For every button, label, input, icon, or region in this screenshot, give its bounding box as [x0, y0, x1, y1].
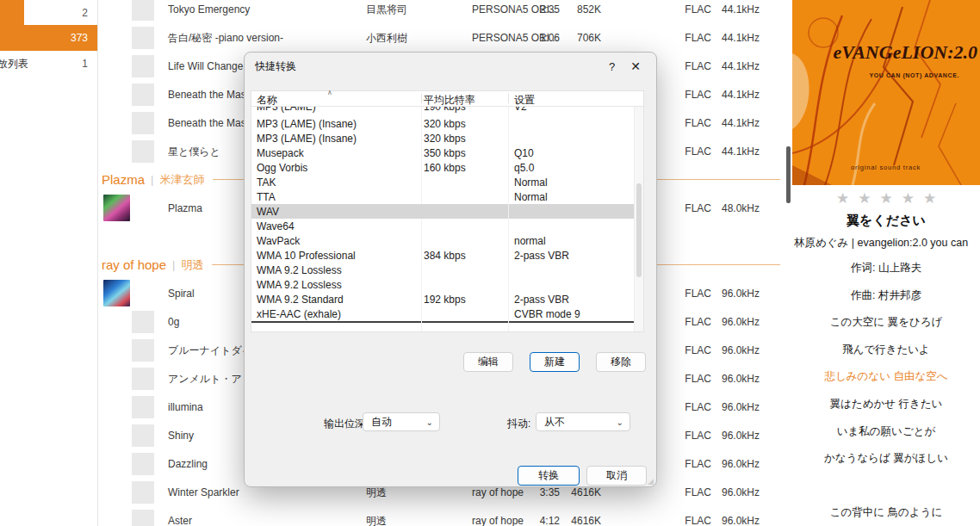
track-rate: 96.0kHz — [704, 401, 760, 413]
track-title: Life Will Change — [168, 60, 243, 72]
preset-row[interactable]: WAV — [251, 204, 634, 219]
sort-asc-icon: ∧ — [327, 89, 332, 96]
preset-row[interactable]: MP3 (LAME)190 kbpsV2 — [251, 107, 634, 116]
group-separator: | — [172, 258, 175, 271]
track-codec: FLAC — [660, 3, 711, 15]
star-icon[interactable]: ★ — [858, 190, 871, 207]
preset-name: TTA — [257, 191, 276, 203]
album-art-placeholder-icon — [132, 112, 154, 134]
star-icon[interactable]: ★ — [836, 190, 849, 207]
track-size: 4616K — [561, 515, 601, 526]
track-title: Aster — [168, 515, 192, 526]
preset-scrollbar[interactable] — [634, 107, 643, 331]
now-playing-artist: 林原めぐみ | evangelion:2.0 you can — [794, 236, 980, 251]
preset-name: WavPack — [257, 235, 300, 247]
preset-row[interactable]: WavPacknormal — [251, 233, 634, 248]
preset-row[interactable]: WMA 9.2 Lossless — [251, 277, 634, 292]
list-end-line — [251, 321, 634, 323]
sidebar: 2373播放列表1 — [0, 0, 98, 526]
preset-table-header: 名称平均比特率设置∧ — [251, 91, 643, 107]
dialog-titlebar[interactable]: 快捷转换 ? ✕ — [245, 53, 656, 80]
bitdepth-value: 自动 — [371, 415, 392, 430]
preset-row[interactable]: TAKNormal — [251, 175, 634, 189]
album-art-placeholder-icon — [132, 510, 154, 526]
preset-row[interactable]: WMA 9.2 Lossless — [251, 263, 634, 277]
track-title: Shiny — [168, 430, 194, 442]
resize-grip-icon[interactable]: ◢ — [648, 477, 654, 486]
album-art-placeholder-icon — [132, 453, 154, 475]
track-rate: 96.0kHz — [704, 515, 760, 526]
edit-button[interactable]: 编辑 — [463, 352, 513, 372]
sidebar-item[interactable]: 2 — [0, 0, 97, 25]
star-icon[interactable]: ★ — [902, 190, 915, 207]
column-header[interactable]: 名称 — [257, 93, 277, 108]
preset-row[interactable]: xHE-AAC (exhale)CVBR mode 9 — [251, 306, 634, 321]
lyric-line: 悲しみのない 自由な空へ — [792, 363, 980, 391]
track-title: illumina — [168, 401, 203, 413]
track-rate: 44.1kHz — [704, 60, 760, 72]
convert-button[interactable]: 转换 — [518, 466, 580, 486]
track-rate: 96.0kHz — [704, 458, 760, 470]
track-rate: 96.0kHz — [704, 430, 760, 442]
track-rate: 44.1kHz — [704, 145, 760, 158]
preset-row[interactable]: Musepack350 kbpsQ10 — [251, 145, 634, 160]
column-header[interactable]: 平均比特率 — [424, 93, 475, 108]
scrollbar-thumb[interactable] — [636, 183, 642, 278]
track-size: 706K — [561, 32, 601, 44]
cancel-button[interactable]: 取消 — [586, 466, 647, 486]
bitdepth-select[interactable]: 自动 ⌄ — [363, 412, 440, 431]
sidebar-item-count: 2 — [82, 7, 88, 19]
sidebar-item-label: 播放列表 — [0, 57, 28, 71]
preset-row[interactable]: MP3 (LAME) (Insane)320 kbps — [251, 131, 634, 145]
preset-row[interactable]: WMA 9.2 Standard192 kbps2-pass VBR — [251, 292, 634, 306]
new-button[interactable]: 新建 — [530, 352, 580, 372]
preset-row[interactable]: MP3 (LAME) (Insane)320 kbps — [251, 116, 634, 131]
preset-row[interactable]: TTANormal — [251, 189, 634, 204]
remove-button[interactable]: 移除 — [596, 352, 646, 372]
track-title: Beneath the Mask — [168, 89, 251, 101]
column-header[interactable]: 设置 — [514, 93, 535, 108]
preset-row[interactable]: Ogg Vorbis160 kbpsq5.0 — [251, 160, 634, 175]
preset-name: MP3 (LAME) — [257, 107, 316, 113]
track-row[interactable]: Aster明透ray of hope4:124616KFLAC96.0kHz — [98, 506, 792, 526]
star-icon[interactable]: ★ — [923, 190, 936, 207]
preset-name: WMA 10 Professional — [257, 250, 356, 262]
preset-name: MP3 (LAME) (Insane) — [257, 133, 357, 145]
track-codec: FLAC — [660, 458, 711, 470]
close-button[interactable]: ✕ — [625, 59, 646, 73]
track-rate: 96.0kHz — [704, 373, 760, 385]
chevron-down-icon: ⌄ — [617, 418, 623, 427]
album-art-placeholder-icon — [132, 368, 154, 390]
track-title: Plazma — [168, 202, 202, 214]
track-artist: 小西利樹 — [366, 30, 407, 45]
bitdepth-label: 输出位深: — [324, 417, 368, 431]
track-title: Tokyo Emergency — [168, 3, 250, 15]
track-row[interactable]: Tokyo Emergency目黒将司PERSONA5 ORI...2:3585… — [98, 0, 792, 23]
preset-row[interactable]: Wave64 — [251, 219, 634, 233]
playlist-scrollbar[interactable] — [786, 146, 791, 203]
sidebar-item-count: 1 — [82, 58, 88, 70]
help-button[interactable]: ? — [599, 60, 625, 73]
sidebar-item[interactable]: 373 — [0, 25, 97, 51]
preset-bitrate: 320 kbps — [424, 133, 466, 145]
group-separator: | — [151, 173, 153, 186]
sidebar-item[interactable]: 播放列表1 — [0, 51, 97, 77]
track-duration: 4:12 — [501, 515, 560, 526]
lyrics-panel: 作词: 山上路夫作曲: 村井邦彦この大空に 翼をひろげ飛んで行きたいよ悲しみのな… — [792, 255, 980, 526]
lyric-line: かなうならば 翼がほしい — [792, 445, 980, 473]
sidebar-list: 2373播放列表1 — [0, 0, 97, 77]
preset-settings: 2-pass VBR — [514, 250, 569, 262]
preset-bitrate: 320 kbps — [424, 118, 466, 130]
preset-name: WMA 9.2 Standard — [257, 294, 344, 306]
track-duration: 3:35 — [501, 486, 560, 498]
now-playing-title: 翼をください — [792, 213, 980, 229]
dither-select[interactable]: 从不 ⌄ — [536, 412, 630, 431]
track-row[interactable]: 告白/秘密 -piano version-小西利樹PERSONA5 ORI...… — [98, 23, 792, 52]
preset-settings: normal — [514, 235, 546, 247]
star-icon[interactable]: ★ — [879, 190, 892, 207]
preset-settings: V2 — [514, 107, 527, 113]
preset-row[interactable]: WMA 10 Professional384 kbps2-pass VBR — [251, 248, 634, 263]
preset-settings: Q10 — [514, 147, 534, 159]
dither-label: 抖动: — [507, 417, 530, 431]
album-art-placeholder-icon — [132, 84, 154, 106]
